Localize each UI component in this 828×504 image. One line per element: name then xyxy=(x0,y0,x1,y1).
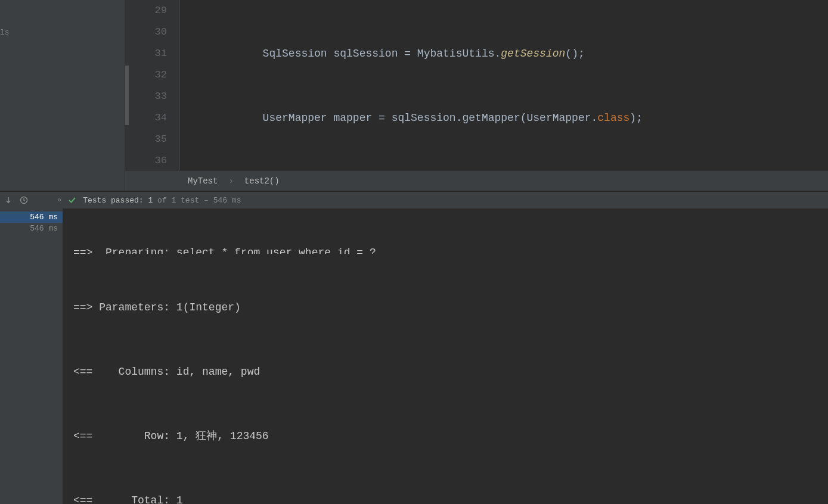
console-line: ==> Preparing: select * from user where … xyxy=(73,242,828,254)
code-block[interactable]: 29 30 31 32 33 34 35 36 SqlSession sqlSe… xyxy=(125,0,828,170)
code-line-29[interactable]: SqlSession sqlSession = MybatisUtils.get… xyxy=(185,43,828,64)
change-markers xyxy=(125,66,129,125)
expand-icon[interactable]: » xyxy=(57,196,61,204)
sidebar-fragment: ls xyxy=(0,28,10,37)
line-number[interactable]: 33 xyxy=(125,86,167,107)
gutter[interactable]: 29 30 31 32 33 34 35 36 xyxy=(125,0,179,170)
test-tree[interactable]: 546 ms 546 ms xyxy=(0,209,63,504)
line-number[interactable]: 31 xyxy=(125,43,167,64)
test-tree-row[interactable]: 546 ms xyxy=(0,223,63,234)
arrow-down-icon[interactable] xyxy=(4,195,13,205)
console-line: <== Columns: id, name, pwd xyxy=(73,361,828,382)
chevron-right-icon: › xyxy=(228,176,233,186)
check-icon xyxy=(67,195,77,205)
line-number[interactable]: 35 xyxy=(125,129,167,150)
console-output[interactable]: ==> Preparing: select * from user where … xyxy=(63,209,828,504)
project-sidebar[interactable]: ls xyxy=(0,0,125,191)
console-body: 546 ms 546 ms ==> Preparing: select * fr… xyxy=(0,209,828,504)
editor-section: ls 29 30 31 32 33 34 35 36 SqlSession sq… xyxy=(0,0,828,191)
line-number[interactable]: 29 xyxy=(125,0,167,21)
console-line: ==> Parameters: 1(Integer) xyxy=(73,297,828,318)
breadcrumb-method[interactable]: test2() xyxy=(244,176,280,186)
test-tree-row-selected[interactable]: 546 ms xyxy=(0,211,63,223)
editor-area: 29 30 31 32 33 34 35 36 SqlSession sqlSe… xyxy=(125,0,828,191)
test-status-bar: » Tests passed: 1 of 1 test – 546 ms xyxy=(0,192,828,209)
breadcrumb[interactable]: MyTest › test2() xyxy=(125,170,828,191)
console-line: <== Total: 1 xyxy=(73,490,828,504)
run-panel: » Tests passed: 1 of 1 test – 546 ms 546… xyxy=(0,192,828,504)
line-number[interactable]: 32 xyxy=(125,64,167,86)
console-line: <== Row: 1, 狂神, 123456 xyxy=(73,425,828,447)
line-number[interactable]: 34 xyxy=(125,107,167,129)
tests-passed-label: Tests passed: 1 of 1 test – 546 ms xyxy=(83,196,241,205)
code-content[interactable]: SqlSession sqlSession = MybatisUtils.get… xyxy=(179,0,828,170)
breadcrumb-class[interactable]: MyTest xyxy=(188,176,218,186)
line-number[interactable]: 30 xyxy=(125,21,167,43)
code-line-30[interactable]: UserMapper mapper = sqlSession.getMapper… xyxy=(185,107,828,129)
history-icon[interactable] xyxy=(19,195,29,205)
line-number[interactable]: 36 xyxy=(125,150,167,170)
